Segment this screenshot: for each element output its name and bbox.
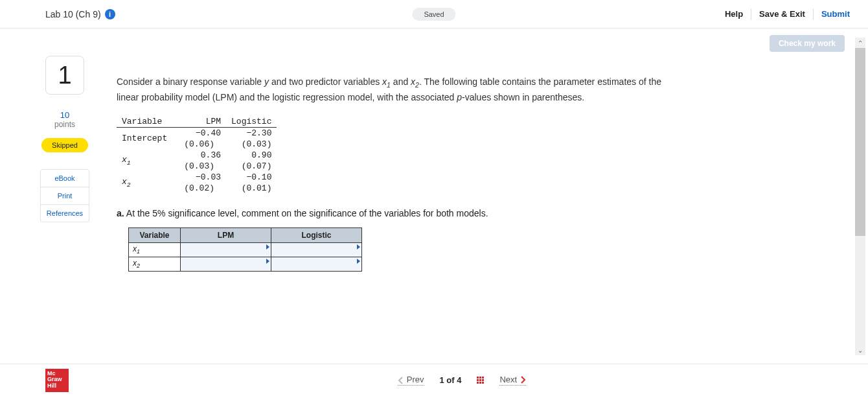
col-lpm: LPM [179, 116, 226, 128]
pager: Prev 1 of 4 Next [398, 375, 526, 386]
text: Consider a binary response variable [117, 76, 264, 87]
table-row: x2 −0.03 −0.10 [117, 172, 277, 183]
points-label: points [26, 120, 104, 129]
cell: (0.06) [179, 139, 226, 150]
row-var: Intercept [117, 127, 179, 150]
part-a-prompt: a. At the 5% significance level, comment… [117, 208, 842, 218]
ans-col-logistic: Logistic [271, 227, 362, 242]
assignment-title: Lab 10 (Ch 9) [45, 9, 101, 19]
row-var: x2 [117, 172, 179, 194]
prev-button[interactable]: Prev [398, 375, 424, 386]
page-indicator: 1 of 4 [440, 375, 462, 385]
col-variable: Variable [117, 116, 179, 128]
info-icon[interactable]: i [105, 9, 115, 19]
prev-label: Prev [407, 375, 424, 384]
footer: Mc Graw Hill Prev 1 of 4 Next [0, 364, 868, 396]
grid-icon[interactable] [477, 377, 484, 384]
x1-logistic-dropdown[interactable] [271, 242, 362, 257]
ans-row-var: x2 [129, 257, 181, 271]
cell: 0.36 [179, 150, 226, 161]
help-link[interactable]: Help [717, 9, 751, 19]
check-my-work-button[interactable]: Check my work [770, 35, 845, 52]
cell: (0.03) [226, 139, 277, 150]
answer-row: x2 [129, 257, 362, 271]
cell: (0.03) [179, 161, 226, 172]
next-label: Next [499, 375, 517, 384]
cell: (0.01) [226, 183, 277, 194]
part-label: a. [117, 208, 124, 218]
cell: 0.90 [226, 150, 277, 161]
row-var: x1 [117, 150, 179, 172]
text: At the 5% significance level, comment on… [124, 208, 488, 218]
estimates-table: Variable LPM Logistic Intercept −0.40 −2… [117, 116, 277, 194]
question-prompt: Consider a binary response variable y an… [117, 75, 674, 104]
table-row: x1 0.36 0.90 [117, 150, 277, 161]
question-sidebar: 1 10 points Skipped eBook Print Referenc… [26, 52, 104, 376]
text: -values shown in parentheses. [462, 92, 584, 102]
answer-table: Variable LPM Logistic x1 x2 [128, 227, 362, 272]
resource-links: eBook Print References [40, 169, 89, 222]
x2-logistic-dropdown[interactable] [271, 257, 362, 271]
table-row: Intercept −0.40 −2.30 [117, 127, 277, 139]
submit-link[interactable]: Submit [814, 9, 858, 19]
cell: (0.02) [179, 183, 226, 194]
top-actions: Help Save & Exit Submit [717, 8, 858, 20]
top-bar: Lab 10 (Ch 9) i Saved Help Save & Exit S… [0, 0, 868, 29]
saved-indicator: Saved [412, 8, 455, 21]
col-logistic: Logistic [226, 116, 277, 128]
mcgraw-hill-logo: Mc Graw Hill [45, 369, 69, 392]
x2-lpm-dropdown[interactable] [181, 257, 271, 271]
question-number: 1 [45, 56, 84, 95]
skipped-badge: Skipped [41, 138, 88, 152]
assignment-title-wrap: Lab 10 (Ch 9) i [45, 9, 115, 19]
cell: (0.07) [226, 161, 277, 172]
next-button[interactable]: Next [499, 375, 526, 386]
question-content: Consider a binary response variable y an… [104, 52, 868, 376]
text: and [391, 76, 411, 87]
text: and two predictor variables [269, 76, 382, 87]
cell: −2.30 [226, 127, 277, 139]
main: 1 10 points Skipped eBook Print Referenc… [0, 52, 868, 376]
logo-line: Hill [47, 383, 67, 390]
ans-col-variable: Variable [129, 227, 181, 242]
x1-lpm-dropdown[interactable] [181, 242, 271, 257]
points-value: 10 [26, 110, 104, 120]
references-link[interactable]: References [41, 205, 89, 222]
var-y: y [264, 76, 269, 87]
chevron-right-icon [521, 376, 526, 384]
answer-row: x1 [129, 242, 362, 257]
scroll-down-icon[interactable]: ⌄ [855, 345, 865, 355]
scrollbar[interactable]: ⌃ ⌄ [855, 38, 865, 355]
scroll-thumb[interactable] [855, 48, 865, 236]
cell: −0.03 [179, 172, 226, 183]
ebook-link[interactable]: eBook [41, 170, 89, 187]
ans-col-lpm: LPM [181, 227, 271, 242]
cell: −0.40 [179, 127, 226, 139]
ans-row-var: x1 [129, 242, 181, 257]
check-row: Check my work [0, 29, 868, 52]
save-exit-link[interactable]: Save & Exit [751, 9, 813, 19]
scroll-up-icon[interactable]: ⌃ [855, 38, 865, 48]
var-p: p [457, 92, 462, 102]
cell: −0.10 [226, 172, 277, 183]
print-link[interactable]: Print [41, 187, 89, 205]
chevron-left-icon [398, 377, 403, 384]
